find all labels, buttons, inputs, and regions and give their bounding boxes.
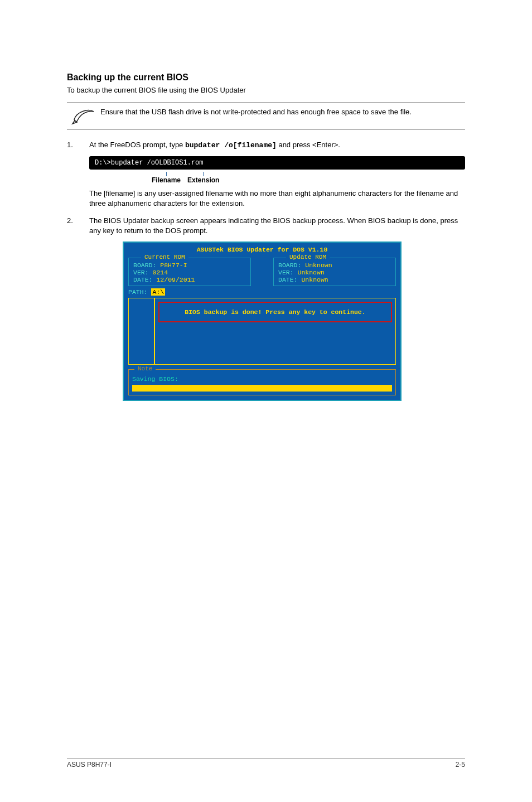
upd-date-value: Unknown xyxy=(301,276,328,283)
filename-labels: Filename Extension xyxy=(89,172,465,184)
path-label: PATH: xyxy=(128,288,151,296)
bios-note-area: Note Saving BIOS: xyxy=(128,369,396,395)
step-1-body: At the FreeDOS prompt, type bupdater /o[… xyxy=(89,140,465,151)
cur-ver-value: 0214 xyxy=(153,269,168,276)
extension-label: Extension xyxy=(187,176,219,184)
note-block: Ensure that the USB flash drive is not w… xyxy=(67,102,465,130)
current-rom-legend: Current ROM xyxy=(141,254,188,260)
note-text: Ensure that the USB flash drive is not w… xyxy=(100,107,465,117)
step-1-text-a: At the FreeDOS prompt, type xyxy=(89,141,185,149)
section-lead: To backup the current BIOS file using th… xyxy=(67,86,465,94)
note-pen-icon xyxy=(67,107,100,125)
code-box: D:\>bupdater /oOLDBIOS1.rom xyxy=(89,156,465,170)
update-rom-panel: Update ROM BOARD: Unknown VER: Unknown D… xyxy=(273,258,396,286)
backup-done-message: BIOS backup is done! Press any key to co… xyxy=(158,302,392,322)
step-2-body: The BIOS Updater backup screen appears i… xyxy=(89,216,465,236)
upd-date-label: DATE: xyxy=(278,276,301,283)
step-2: 2. The BIOS Updater backup screen appear… xyxy=(67,216,465,236)
extension-tick-icon xyxy=(203,172,204,176)
cur-board-label: BOARD: xyxy=(133,262,160,269)
bios-title: ASUSTek BIOS Updater for DOS V1.18 xyxy=(128,246,396,253)
step-1-text-b: and press <Enter>. xyxy=(277,141,340,149)
cur-date-value: 12/09/2011 xyxy=(156,276,195,283)
file-right-panel: BIOS backup is done! Press any key to co… xyxy=(155,298,396,365)
section-heading: Backing up the current BIOS xyxy=(67,73,465,83)
current-rom-panel: Current ROM BOARD: P8H77-I VER: 0214 DAT… xyxy=(128,258,251,286)
upd-board-label: BOARD: xyxy=(278,262,305,269)
upd-ver-value: Unknown xyxy=(298,269,325,276)
path-line: PATH: A:\ xyxy=(128,288,396,296)
code-line: D:\>bupdater /oOLDBIOS1.rom xyxy=(89,156,465,170)
upd-ver-label: VER: xyxy=(278,269,298,276)
step-1-number: 1. xyxy=(67,140,89,151)
file-area: BIOS backup is done! Press any key to co… xyxy=(128,298,396,365)
bios-updater-screen: ASUSTek BIOS Updater for DOS V1.18 Curre… xyxy=(123,241,402,401)
path-value: A:\ xyxy=(151,288,165,296)
saving-label: Saving BIOS: xyxy=(132,375,392,383)
step-2-number: 2. xyxy=(67,216,89,236)
file-left-panel xyxy=(128,298,155,365)
step-1-sub: The [filename] is any user-assigned file… xyxy=(89,189,465,209)
upd-board-value: Unknown xyxy=(305,262,332,269)
cur-date-label: DATE: xyxy=(133,276,156,283)
progress-bar xyxy=(132,385,392,392)
cur-board-value: P8H77-I xyxy=(160,262,187,269)
cur-ver-label: VER: xyxy=(133,269,153,276)
step-1: 1. At the FreeDOS prompt, type bupdater … xyxy=(67,140,465,151)
filename-tick-icon xyxy=(166,172,167,176)
bios-note-legend: Note xyxy=(134,365,156,372)
update-rom-legend: Update ROM xyxy=(286,254,330,260)
step-1-cmd: bupdater /o[filename] xyxy=(185,141,277,149)
filename-label: Filename xyxy=(152,176,181,184)
